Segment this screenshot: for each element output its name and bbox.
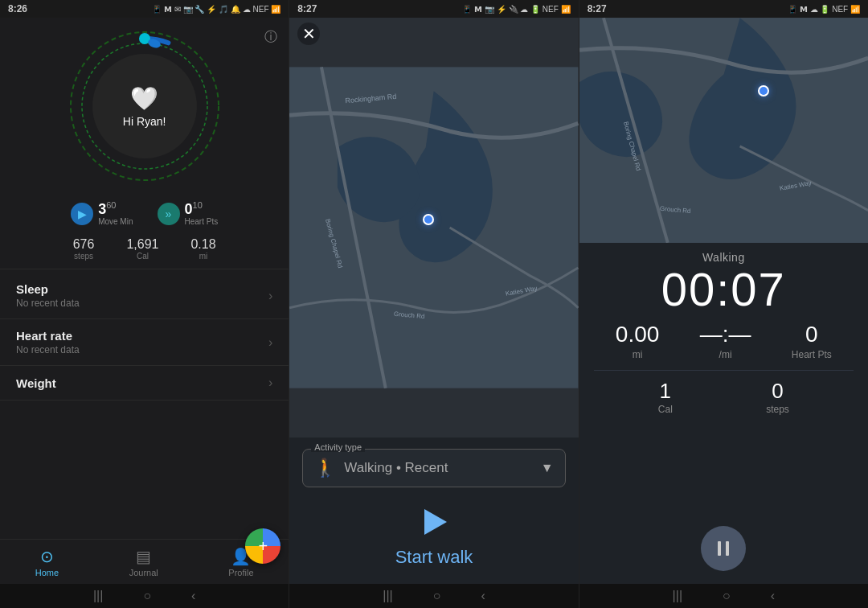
nav-journal[interactable]: ▤ Journal (129, 547, 158, 577)
move-min-value: 360 (98, 201, 133, 216)
weight-chevron-icon: › (268, 376, 272, 390)
svg-rect-16 (718, 541, 721, 556)
fab-button[interactable]: + (245, 528, 280, 564)
svg-rect-17 (726, 541, 729, 556)
android-nav-2: ||| ○ ‹ (289, 584, 578, 608)
tracking-metrics-row: 0.00 mi —:— /mi 0 Heart Pts (579, 315, 868, 367)
sleep-chevron-icon: › (268, 289, 272, 303)
activity-type-left: 🚶 Walking • Recent (314, 458, 448, 479)
cal-unit: Cal (658, 404, 673, 415)
android-back-icon-2[interactable]: ‹ (481, 589, 485, 603)
tracking-map-svg: Boring Chapel Rd Katies Way Grouch Rd (579, 18, 868, 243)
sleep-item[interactable]: Sleep No recent data › (0, 273, 289, 319)
activity-map: ✕ Rockingham Rd Boring Chapel Rd Katies … (289, 18, 578, 438)
android-home-icon-2[interactable]: ○ (433, 589, 441, 603)
steps-stat: 676 steps (73, 237, 95, 261)
secondary-stats-row: 676 steps 1,691 Cal 0.18 mi (0, 232, 289, 265)
divider-1 (0, 269, 289, 269)
panel-activity: 8:27 📱 𝗠 📷 ⚡ 🔌 ☁ 🔋 NEF 📶 ✕ Rockingham Rd… (289, 0, 578, 608)
distance-unit: mi (616, 349, 660, 360)
heart-rate-chevron-icon: › (268, 335, 272, 350)
steps-value: 676 (73, 237, 95, 252)
heart-pts-unit: Heart Pts (792, 349, 832, 360)
pause-btn-container (579, 526, 868, 584)
status-bar-home: 8:26 📱 𝗠 ✉ 📷 🔧 ⚡ 🎵 🔔 ☁ NEF 📶 (0, 0, 289, 18)
sleep-sub: No recent data (16, 298, 80, 309)
nav-home[interactable]: ⊙ Home (35, 547, 59, 577)
weight-title: Weight (16, 376, 56, 390)
pause-icon (714, 539, 733, 558)
journal-nav-icon: ▤ (136, 547, 151, 566)
heart-rate-item-content: Heart rate No recent data (16, 329, 80, 355)
activity-type-text: Walking • Recent (344, 460, 448, 476)
distance-label: mi (190, 252, 215, 261)
status-icons-tracking: 📱 𝗠 ☁ 🔋 NEF 📶 (788, 5, 860, 14)
primary-stats-row: ▶ 360 Move Min » 010 Heart Pts (0, 195, 289, 232)
android-home-icon[interactable]: ○ (143, 589, 151, 603)
play-icon (418, 506, 450, 538)
pace-unit: /mi (700, 349, 751, 360)
heart-pts-label: Heart Pts (185, 217, 219, 226)
android-recent-icon-3[interactable]: ||| (673, 589, 682, 603)
heart-rate-sub: No recent data (16, 344, 80, 355)
start-play-button[interactable] (414, 502, 454, 542)
activity-bottom: Activity type 🚶 Walking • Recent ▼ Start… (289, 438, 578, 584)
heart-pts-val: 0 (792, 322, 832, 347)
distance-stat: 0.18 mi (190, 237, 215, 261)
move-min-label: Move Min (98, 217, 133, 226)
dropdown-arrow-icon: ▼ (541, 461, 554, 475)
steps-val: 0 (766, 379, 789, 404)
weight-item[interactable]: Weight › (0, 366, 289, 401)
status-icons-activity: 📱 𝗠 📷 ⚡ 🔌 ☁ 🔋 NEF 📶 (462, 5, 570, 14)
android-recent-icon-2[interactable]: ||| (383, 589, 392, 603)
cal-stat: 1,691 Cal (126, 237, 158, 261)
pause-button[interactable] (701, 526, 746, 571)
walk-icon: 🚶 (314, 458, 336, 479)
map-svg: Rockingham Rd Boring Chapel Rd Katies Wa… (289, 18, 578, 438)
steps-unit: steps (766, 404, 789, 415)
android-home-icon-3[interactable]: ○ (723, 589, 731, 603)
move-min-icon: ▶ (71, 203, 93, 225)
move-min-values: 360 Move Min (98, 201, 133, 226)
distance-value: 0.18 (190, 237, 215, 252)
heart-pts-stat: » 010 Heart Pts (158, 201, 219, 226)
info-icon[interactable]: ⓘ (264, 29, 277, 46)
greeting-text: Hi Ryan! (123, 115, 166, 128)
move-min-stat: ▶ 360 Move Min (71, 201, 133, 226)
heart-icon: 🤍 (123, 85, 166, 112)
ring-container: 🤍 Hi Ryan! (64, 26, 225, 187)
ring-center: 🤍 Hi Ryan! (123, 85, 166, 128)
cal-val: 1 (658, 379, 673, 404)
start-btn-container: Start walk (302, 487, 565, 576)
distance-metric: 0.00 mi (616, 322, 660, 360)
android-nav-1: ||| ○ ‹ (0, 584, 289, 608)
time-home: 8:26 (8, 3, 27, 14)
activity-type-label: Activity type (311, 442, 365, 452)
tracking-map: Boring Chapel Rd Katies Way Grouch Rd (579, 18, 868, 243)
tracking-stats: Walking 00:07 0.00 mi —:— /mi 0 Heart Pt… (579, 243, 868, 584)
heart-pts-values: 010 Heart Pts (185, 201, 219, 226)
activity-name-label: Walking (702, 251, 745, 264)
home-nav-icon: ⊙ (40, 547, 54, 566)
activity-type-selector[interactable]: Activity type 🚶 Walking • Recent ▼ (302, 449, 565, 487)
android-back-icon-3[interactable]: ‹ (771, 589, 775, 603)
pace-val: —:— (700, 322, 751, 347)
journal-nav-label: Journal (129, 568, 158, 577)
home-content: ⓘ 🤍 Hi Ryan! (0, 18, 289, 539)
status-icons-home: 📱 𝗠 ✉ 📷 🔧 ⚡ 🎵 🔔 ☁ NEF 📶 (152, 5, 280, 14)
android-recent-icon[interactable]: ||| (93, 589, 103, 603)
time-tracking: 8:27 (588, 3, 607, 14)
android-back-icon[interactable]: ‹ (191, 589, 195, 603)
heart-pts-icon: » (158, 203, 180, 225)
home-nav-label: Home (35, 568, 59, 577)
location-dot (423, 214, 434, 225)
sleep-title: Sleep (16, 282, 80, 296)
cal-label: Cal (126, 252, 158, 261)
svg-marker-11 (424, 509, 447, 535)
start-label: Start walk (395, 547, 473, 568)
cal-value: 1,691 (126, 237, 158, 252)
pace-metric: —:— /mi (700, 322, 751, 360)
tracking-metrics-row2: 1 Cal 0 steps (579, 374, 868, 420)
cal-metric: 1 Cal (658, 379, 673, 415)
heart-rate-item[interactable]: Heart rate No recent data › (0, 319, 289, 366)
